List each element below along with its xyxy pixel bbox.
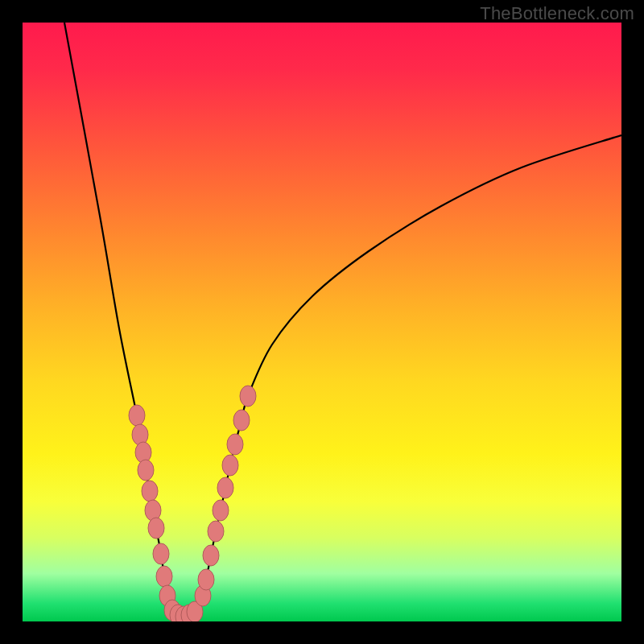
chart-plot-area [23,23,621,621]
chart-marker [203,545,219,566]
chart-marker [217,477,233,498]
chart-frame: TheBottleneck.com [0,0,644,644]
chart-marker [240,386,256,407]
chart-marker [153,543,169,564]
chart-overlay [23,23,621,621]
chart-marker [198,569,214,590]
chart-marker [148,518,164,539]
watermark-label: TheBottleneck.com [480,3,634,24]
chart-marker [129,405,145,426]
chart-marker [227,434,243,455]
chart-marker [156,566,172,587]
chart-marker [138,460,154,481]
chart-marker [142,481,158,502]
chart-marker [233,410,250,431]
chart-markers [129,386,256,621]
chart-marker [208,521,224,542]
chart-marker [222,455,238,476]
chart-marker [213,500,229,521]
